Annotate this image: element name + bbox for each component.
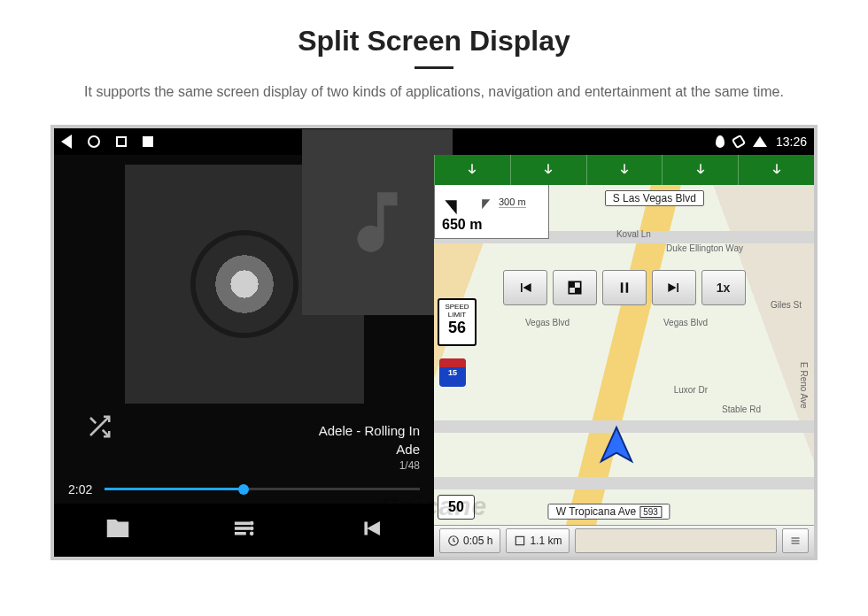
lane-arrow-icon	[662, 155, 738, 185]
back-icon[interactable]	[61, 135, 72, 149]
lane-arrow-icon	[586, 155, 663, 185]
lane-arrow-icon	[510, 155, 586, 185]
page-subtitle: It supports the same screen display of t…	[35, 81, 833, 104]
device-frame: 13:26 Adele - Rolling In Ade	[50, 125, 818, 560]
highway-shield-icon: 15	[439, 358, 466, 387]
music-note-icon	[302, 129, 453, 315]
progress-bar[interactable]	[105, 488, 420, 490]
current-turn-distance: 650 m	[435, 217, 548, 238]
speed-multiplier-button[interactable]: 1x	[701, 270, 746, 305]
svg-point-0	[250, 521, 253, 525]
street-minor: Giles St	[771, 300, 802, 310]
home-icon[interactable]	[88, 135, 100, 148]
street-label: S Las Vegas Blvd	[605, 190, 704, 206]
map-canvas[interactable]: S Las Vegas Blvd W Tropicana Ave593 Kova…	[434, 185, 814, 525]
title-underline	[415, 66, 453, 69]
street-minor: Koval Ln	[616, 229, 651, 239]
street-minor: Vegas Blvd	[663, 318, 708, 327]
screenshot-icon[interactable]	[143, 136, 153, 147]
map-badge: 50	[438, 495, 475, 520]
recents-icon[interactable]	[116, 136, 127, 147]
street-label: W Tropicana Ave593	[548, 504, 670, 520]
svg-point-2	[250, 532, 253, 535]
track-artist: Ade	[319, 440, 420, 458]
location-icon	[716, 135, 725, 148]
street-minor: E Reno Ave	[799, 362, 809, 409]
album-art[interactable]	[125, 165, 364, 404]
remaining-distance[interactable]: 1.1 km	[506, 528, 570, 553]
prev-track-button[interactable]	[503, 270, 547, 305]
destination-button[interactable]	[553, 270, 597, 305]
playlist-icon[interactable]	[232, 516, 257, 544]
pause-button[interactable]	[602, 270, 647, 305]
position-cursor-icon	[596, 424, 637, 468]
elapsed-time: 2:02	[68, 482, 92, 497]
next-track-button[interactable]	[652, 270, 696, 305]
speed-limit-sign: SPEED LIMIT 56	[438, 298, 477, 346]
navigation-app: S Las Vegas Blvd W Tropicana Ave593 Kova…	[434, 155, 814, 557]
track-info: Adele - Rolling In Ade 1/48	[319, 421, 420, 474]
street-minor: Stable Rd	[722, 404, 761, 414]
lane-guidance	[434, 155, 814, 185]
shuffle-icon[interactable]	[86, 413, 112, 443]
page-title: Split Screen Display	[0, 25, 868, 58]
turn-panel: 300 m 650 m	[434, 185, 549, 239]
lane-arrow-icon	[434, 155, 510, 185]
street-minor: Vegas Blvd	[525, 318, 570, 327]
music-controls	[54, 504, 434, 557]
album-area	[54, 155, 434, 413]
route-progress[interactable]	[575, 528, 777, 553]
track-title: Adele - Rolling In	[319, 421, 420, 440]
disc-icon	[196, 235, 293, 333]
track-index: 1/48	[319, 458, 420, 474]
next-turn-distance: 300 m	[499, 196, 526, 208]
phone-icon	[732, 135, 746, 149]
street-minor: Luxor Dr	[674, 385, 708, 395]
wifi-icon	[753, 136, 767, 147]
street-minor: Duke Ellington Way	[666, 243, 743, 253]
eta-time[interactable]: 0:05 h	[439, 528, 500, 553]
svg-point-1	[250, 527, 253, 530]
folder-icon[interactable]	[105, 516, 130, 544]
map-controls: 1x	[503, 270, 746, 305]
music-app: Adele - Rolling In Ade 1/48 2:02	[54, 155, 434, 557]
status-time: 13:26	[776, 135, 807, 149]
svg-rect-5	[516, 537, 524, 545]
previous-icon[interactable]	[359, 516, 384, 544]
lane-arrow-icon	[738, 155, 814, 185]
nav-menu-button[interactable]	[782, 528, 809, 553]
nav-bottom-bar: 0:05 h 1.1 km	[434, 525, 814, 557]
progress-row: 2:02	[54, 482, 434, 504]
